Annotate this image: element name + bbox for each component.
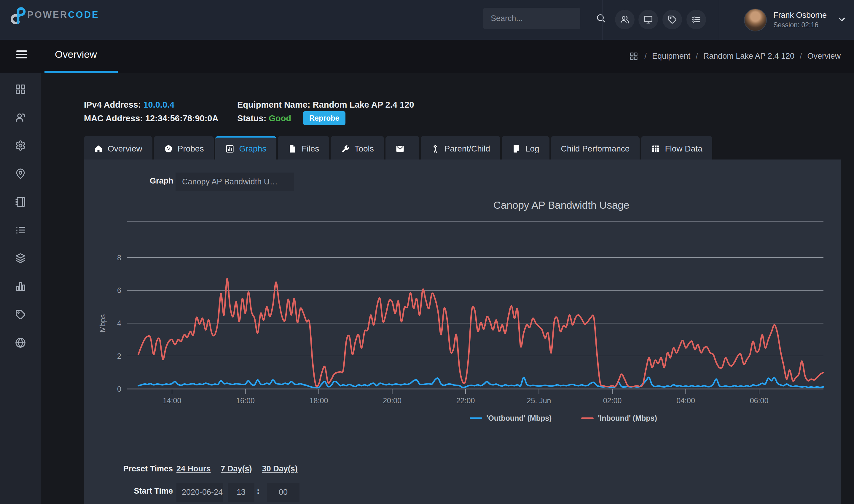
start-date-input[interactable] <box>176 483 223 502</box>
sidebar-item-network[interactable] <box>0 328 41 357</box>
users-icon <box>620 15 629 24</box>
globe-icon <box>15 337 26 348</box>
sidebar-item-dashboard[interactable] <box>0 75 41 103</box>
powercode-logo-mark <box>7 5 26 24</box>
sidebar-item-services[interactable] <box>0 244 41 272</box>
display-icon <box>643 15 653 24</box>
bandwidth-chart: 02468Mbps14:0016:0018:0020:0022:0025. Ju… <box>84 160 841 410</box>
start-minute-input[interactable] <box>267 483 300 502</box>
list-icon <box>15 224 26 236</box>
sidebar-item-inventory[interactable] <box>0 188 41 216</box>
tab-graphs[interactable]: Graphs <box>215 136 277 160</box>
preset-7-days-link[interactable]: 7 Day(s) <box>221 464 252 473</box>
tab-probes[interactable]: Probes <box>154 136 214 160</box>
tab-child-performance[interactable]: Child Performance <box>551 136 640 160</box>
bar-chart-icon <box>15 281 26 292</box>
preset-times-label: Preset Times <box>123 464 173 473</box>
svg-text:Mbps: Mbps <box>99 314 107 332</box>
tab-log[interactable]: Log <box>502 136 550 160</box>
tag-icon <box>668 15 677 24</box>
dashboard-grid-icon[interactable] <box>629 52 638 61</box>
start-hour-input[interactable] <box>228 483 254 502</box>
breadcrumb-separator: / <box>645 52 647 61</box>
ipv4-value[interactable]: 10.0.0.4 <box>143 100 174 109</box>
table-grid-icon <box>651 144 660 153</box>
user-session: Session: 02:16 <box>773 21 827 29</box>
breadcrumb-separator: / <box>800 52 802 61</box>
time-colon: : <box>257 486 260 496</box>
legend-item-outbound[interactable]: 'Outbound' (Mbps) <box>470 414 552 422</box>
search-input[interactable] <box>483 14 596 23</box>
preset-times-row: Preset Times 24 Hours 7 Day(s) 30 Day(s) <box>84 464 841 476</box>
breadcrumb-equipment-name[interactable]: Random Lake AP 2.4 120 <box>704 52 795 61</box>
svg-text:02:00: 02:00 <box>603 396 622 405</box>
monitoring-button[interactable] <box>638 10 658 29</box>
sidebar-item-tags[interactable] <box>0 300 41 328</box>
global-search <box>483 8 580 29</box>
outbound-swatch <box>470 417 482 419</box>
equipment-name-value: Random Lake AP 2.4 120 <box>313 100 414 109</box>
users-icon <box>15 112 26 123</box>
sidebar-item-mapping[interactable] <box>0 160 41 188</box>
log-document-icon <box>512 144 521 153</box>
sidebar-item-customers[interactable] <box>0 103 41 131</box>
graphs-icon <box>225 144 234 153</box>
svg-text:16:00: 16:00 <box>236 396 255 405</box>
graphs-panel: Graph Canopy AP Bandwidth U… Canopy AP B… <box>84 160 841 504</box>
ipv4-label: IPv4 Address: <box>84 100 141 109</box>
title-bar: Overview / Equipment / Random Lake AP 2.… <box>0 40 854 73</box>
tag-icon <box>15 309 26 320</box>
sidebar-item-settings[interactable] <box>0 131 41 160</box>
svg-text:22:00: 22:00 <box>456 396 475 405</box>
gear-icon <box>15 140 26 151</box>
breadcrumb-overview[interactable]: Overview <box>807 52 841 61</box>
user-menu[interactable]: Frank Osborne Session: 02:16 <box>744 0 847 40</box>
svg-text:20:00: 20:00 <box>383 396 402 405</box>
svg-text:0: 0 <box>117 385 121 393</box>
svg-text:06:00: 06:00 <box>750 396 769 405</box>
dashboard-grid-icon <box>15 84 26 95</box>
page-title-underline <box>45 71 118 73</box>
user-name: Frank Osborne <box>773 11 827 20</box>
customers-button[interactable] <box>615 10 635 29</box>
powercode-logo-text: POWERCODE <box>27 10 99 20</box>
powercode-logo[interactable]: POWERCODE <box>7 5 99 24</box>
navbar-divider <box>602 0 603 40</box>
breadcrumb-equipment[interactable]: Equipment <box>652 52 690 61</box>
notebook-icon <box>15 196 26 208</box>
preset-30-days-link[interactable]: 30 Day(s) <box>262 464 298 473</box>
sidebar-item-lists[interactable] <box>0 216 41 244</box>
navbar-divider <box>719 0 719 40</box>
search-icon[interactable] <box>596 13 606 24</box>
page-title: Overview <box>55 49 97 60</box>
svg-text:4: 4 <box>117 319 121 327</box>
file-icon <box>288 144 297 153</box>
tab-overview[interactable]: Overview <box>84 136 153 160</box>
tab-tools[interactable]: Tools <box>331 136 384 160</box>
chevron-down-icon[interactable] <box>837 14 847 25</box>
hamburger-menu-icon[interactable] <box>16 50 27 58</box>
status-label: Status: <box>237 113 266 123</box>
svg-text:6: 6 <box>117 286 121 294</box>
tab-flow-data[interactable]: Flow Data <box>641 136 712 160</box>
tab-parent-child[interactable]: Parent/Child <box>421 136 500 160</box>
preset-24-hours-link[interactable]: 24 Hours <box>176 464 211 473</box>
breadcrumb: / Equipment / Random Lake AP 2.4 120 / O… <box>629 40 841 73</box>
chart-legend: 'Outbound' (Mbps) 'Inbound' (Mbps) <box>415 414 712 422</box>
tags-button[interactable] <box>662 10 682 29</box>
inbound-swatch <box>581 417 594 419</box>
svg-text:14:00: 14:00 <box>163 396 181 405</box>
tab-notifiers[interactable] <box>386 136 419 160</box>
reprobe-button[interactable]: Reprobe <box>303 111 345 125</box>
equipment-tabs: Overview Probes Graphs Files Tools Paren… <box>84 136 712 160</box>
tasks-button[interactable] <box>687 10 706 29</box>
sidebar <box>0 73 41 504</box>
legend-item-inbound[interactable]: 'Inbound' (Mbps) <box>581 414 657 422</box>
tab-files[interactable]: Files <box>278 136 329 160</box>
breadcrumb-separator: / <box>696 52 698 61</box>
sidebar-item-reports[interactable] <box>0 272 41 300</box>
mac-value: 12:34:56:78:90:0A <box>145 113 218 123</box>
mac-label: MAC Address: <box>84 113 143 123</box>
equipment-name-label: Equipment Name: <box>237 100 310 109</box>
layers-icon <box>15 253 26 264</box>
